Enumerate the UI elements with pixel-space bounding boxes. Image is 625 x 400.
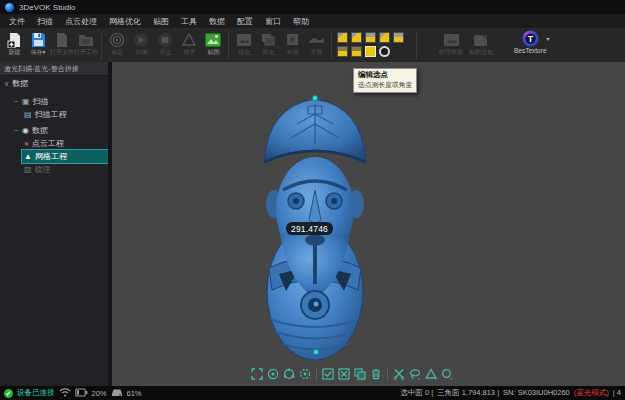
bestexture-caret[interactable]: ▾	[547, 37, 550, 63]
status-bar: ✔ 设备已连接 20% 61% 选中面 0 | 三角面 1,794,813 | …	[0, 386, 625, 400]
scan-project-icon: ▤	[24, 111, 32, 119]
battery-icon	[75, 388, 88, 399]
tree-node-mesh-project[interactable]: ▲ 网格工程	[22, 150, 108, 163]
polygon-select-tool-icon[interactable]	[379, 32, 390, 43]
rect-select-tool-icon[interactable]	[337, 32, 348, 43]
measure-point-top	[312, 95, 317, 100]
measurement-label: 291.4746	[286, 222, 333, 235]
texture-mapping-button[interactable]: 纹理映射	[436, 29, 466, 57]
scan-start-button[interactable]: 扫描	[129, 29, 153, 57]
menu-scan[interactable]: 扫描	[31, 15, 59, 28]
menu-pointcloud[interactable]: 点云处理	[59, 15, 103, 28]
fit-view-icon[interactable]	[250, 367, 264, 381]
status-tail: | 4	[613, 388, 621, 398]
scan-mode-badge: (蓝光模式)	[574, 388, 609, 398]
delete-selection-icon[interactable]	[369, 367, 383, 381]
menu-config[interactable]: 配置	[231, 15, 259, 28]
app-window: 3DeVOK Studio 文件 扫描 点云处理 网格优化 贴图 工具 数据 配…	[0, 0, 625, 400]
center-view-icon[interactable]	[266, 367, 280, 381]
menu-window[interactable]: 窗口	[259, 15, 287, 28]
tree-node-data[interactable]: − ◉ 数据	[0, 124, 108, 137]
connected-select-tool-icon[interactable]	[337, 46, 348, 57]
calibrate-button[interactable]: 标定	[105, 29, 129, 57]
align-button[interactable]: 对齐	[177, 29, 201, 57]
calibrate-target-icon	[109, 31, 126, 48]
curve-select-tool-icon[interactable]	[379, 46, 390, 57]
viewport-3d[interactable]: 291.4746	[112, 62, 625, 386]
cut-tool-icon[interactable]	[392, 367, 406, 381]
plane-select-tool-icon[interactable]	[393, 32, 404, 43]
align-triangle-icon	[181, 31, 198, 48]
title-bar: 3DeVOK Studio	[0, 0, 625, 14]
open-project-button[interactable]: 打开工程	[74, 29, 98, 57]
circle-select-tool-icon[interactable]	[440, 367, 454, 381]
fill-holes-button[interactable]: 补洞	[280, 29, 304, 57]
save-dropdown-caret[interactable]: ▾	[43, 49, 46, 55]
optimize-icon	[236, 31, 253, 48]
menu-data[interactable]: 数据	[203, 15, 231, 28]
texture-image-icon	[205, 31, 222, 48]
brush-select-tool-icon[interactable]	[365, 32, 376, 43]
open-file-button[interactable]: 打开文件	[50, 29, 74, 57]
collapse-icon[interactable]: −	[14, 126, 19, 135]
texture-group: 纹理映射 贴图优化	[436, 29, 496, 63]
disk-icon	[111, 388, 123, 399]
mesh-optimize-button[interactable]: 优化	[232, 29, 256, 57]
viewport-toolbar-separator	[316, 369, 317, 380]
open-project-folder-icon	[78, 31, 95, 48]
smooth-wave-icon	[308, 31, 325, 48]
tree-node-scan[interactable]: − ▣ 扫描	[0, 95, 108, 108]
chevron-down-icon[interactable]: ∨	[4, 80, 9, 88]
menu-texture[interactable]: 贴图	[147, 15, 175, 28]
select-all-icon[interactable]	[321, 367, 335, 381]
device-connected-check-icon: ✔	[4, 389, 13, 398]
texture-repair-button[interactable]: 贴图优化	[466, 29, 496, 57]
invert-selection-icon[interactable]	[353, 367, 367, 381]
tree-node-pointcloud-project[interactable]: ● 点云工程	[22, 137, 108, 150]
file-group: 新建 保存▾ 打开文件 打开工程	[2, 29, 98, 63]
smooth-button[interactable]: 平滑	[304, 29, 328, 57]
tree-section-data[interactable]: ∨ 数据	[0, 76, 108, 91]
menu-help[interactable]: 帮助	[287, 15, 315, 28]
open-file-icon	[54, 31, 71, 48]
mesh-icon: ▲	[24, 153, 32, 161]
layers-icon	[260, 31, 277, 48]
tooltip-title: 编辑选点	[358, 70, 412, 80]
backface-select-tool-icon[interactable]	[351, 46, 362, 57]
bestexture-button[interactable]: T BesTexture	[514, 29, 547, 63]
tree-node-scan-project[interactable]: ▤ 扫描工程	[22, 108, 108, 121]
orbit-view-icon[interactable]	[282, 367, 296, 381]
window-title: 3DeVOK Studio	[19, 3, 75, 12]
measure-point-bottom	[313, 349, 318, 354]
collapse-icon[interactable]: −	[14, 97, 19, 106]
pick-points-tool-icon[interactable]	[365, 46, 376, 57]
mesh-simplify-button[interactable]: 简化	[256, 29, 280, 57]
device-status: 设备已连接	[17, 388, 55, 398]
texture-map-button[interactable]: 贴图	[201, 29, 225, 57]
triangle-count: 三角面 1,794,813 |	[437, 388, 499, 398]
focus-view-icon[interactable]	[298, 367, 312, 381]
tree-node-texture[interactable]: ▧ 纹理	[22, 163, 108, 176]
menu-bar: 文件 扫描 点云处理 网格优化 贴图 工具 数据 配置 窗口 帮助	[0, 14, 625, 29]
battery-percent: 20%	[92, 389, 107, 398]
scan-node-icon: ▣	[22, 98, 30, 106]
tooltip-subtitle: 选点测长度或角度	[358, 80, 412, 90]
menu-mesh-optimize[interactable]: 网格优化	[103, 15, 147, 28]
menu-file[interactable]: 文件	[3, 15, 31, 28]
edit-tools-cluster	[337, 32, 406, 63]
menu-tools[interactable]: 工具	[175, 15, 203, 28]
app-logo-icon	[5, 3, 14, 12]
toolbar-separator	[416, 32, 417, 60]
lasso-select-tool-icon[interactable]	[351, 32, 362, 43]
triangle-select-tool-icon[interactable]	[424, 367, 438, 381]
scan-stop-button[interactable]: 停止	[153, 29, 177, 57]
texture-repair-icon	[473, 31, 490, 48]
serial-number: SN: SK03IU0H0260	[503, 388, 570, 398]
lasso-tool-icon[interactable]	[408, 367, 422, 381]
status-right: 选中面 0 | 三角面 1,794,813 | SN: SK03IU0H0260…	[400, 388, 621, 398]
deselect-icon[interactable]	[337, 367, 351, 381]
scan-group: 标定 扫描 停止 对齐	[105, 29, 225, 63]
toolbar-separator	[331, 32, 332, 60]
save-button[interactable]: 保存▾	[26, 29, 50, 57]
new-button[interactable]: 新建	[2, 29, 26, 57]
